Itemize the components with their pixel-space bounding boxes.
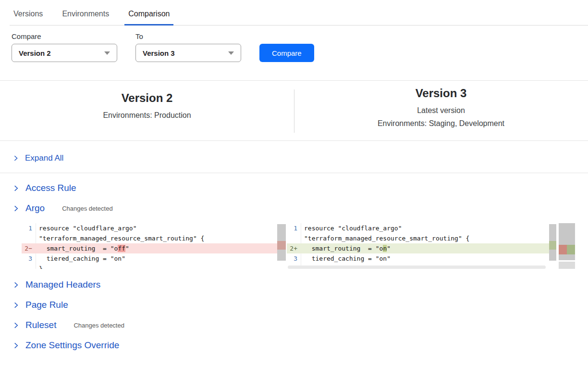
version-left-title: Version 2 xyxy=(0,91,294,105)
horizontal-scrollbar[interactable] xyxy=(288,265,546,269)
chevron-right-icon xyxy=(12,322,20,329)
line-number: 2+ xyxy=(287,243,301,253)
compare-button[interactable]: Compare xyxy=(259,44,314,62)
dropdown-caret-icon xyxy=(228,51,234,55)
expand-all-label: Expand All xyxy=(25,153,63,163)
argo-diff: 1 resource "cloudflare_argo" "terraform_… xyxy=(22,223,588,269)
minimap-diff-chunk xyxy=(559,245,575,254)
version-right-subtitle: Latest version xyxy=(294,104,588,117)
code-line: 1 resource "cloudflare_argo" xyxy=(287,223,556,233)
code-text: smart_routing = "off" xyxy=(36,243,129,253)
line-number: 1 xyxy=(22,223,36,233)
chevron-right-icon xyxy=(12,185,20,192)
code-line: 1 resource "cloudflare_argo" xyxy=(22,223,286,233)
line-number: 3 xyxy=(22,253,36,264)
line-number: 3 xyxy=(287,253,301,264)
compare-version-select[interactable]: Version 2 xyxy=(12,44,117,62)
code-line: 3 tiered_caching = "on" xyxy=(287,253,556,264)
compare-controls: Compare Version 2 To Version 3 Compare xyxy=(0,25,588,62)
section-label: Managed Headers xyxy=(25,279,100,290)
chevron-right-icon xyxy=(12,342,20,349)
chevron-right-icon xyxy=(12,155,19,162)
dropdown-caret-icon xyxy=(104,51,110,55)
line-number: 1 xyxy=(287,223,301,233)
to-version-select[interactable]: Version 3 xyxy=(135,44,241,62)
section-label: Zone Settings Override xyxy=(25,340,119,351)
code-text: tiered_caching = "on" xyxy=(36,253,125,264)
code-text: "terraform_managed_resource_smart_routin… xyxy=(36,233,204,243)
chevron-right-icon xyxy=(12,302,20,309)
code-text: } xyxy=(36,264,43,269)
to-field: To Version 3 xyxy=(135,32,241,62)
section-zone-settings-override[interactable]: Zone Settings Override xyxy=(0,335,588,355)
code-text: resource "cloudflare_argo" xyxy=(36,223,137,233)
expand-all-button[interactable]: Expand All xyxy=(0,141,588,173)
vertical-divider xyxy=(294,89,294,133)
version-right-panel: Version 3 Latest version Environments: S… xyxy=(294,87,588,133)
version-left-environments: Environments: Production xyxy=(0,109,294,122)
code-text: "terraform_managed_resource_smart_routin… xyxy=(301,233,469,243)
scrollbar-removed-marker xyxy=(277,241,286,250)
minimap-tail xyxy=(559,262,575,269)
tab-bar: Versions Environments Comparison xyxy=(10,0,588,25)
section-label: Access Rule xyxy=(25,183,76,193)
section-label: Argo xyxy=(25,203,45,214)
to-version-value: Version 3 xyxy=(143,49,175,57)
section-access-rule[interactable]: Access Rule xyxy=(0,178,588,198)
compare-version-value: Version 2 xyxy=(19,49,51,57)
code-line: "terraform_managed_resource_smart_routin… xyxy=(287,233,556,243)
code-text: smart_routing = "on" xyxy=(301,243,391,253)
version-headers: Version 2 Environments: Production Versi… xyxy=(0,81,588,140)
section-list: Access Rule Argo Changes detected 1 reso… xyxy=(0,173,588,355)
scrollbar[interactable] xyxy=(549,224,556,261)
section-argo[interactable]: Argo Changes detected xyxy=(0,198,588,218)
tab-environments[interactable]: Environments xyxy=(58,7,113,25)
tab-versions[interactable]: Versions xyxy=(10,7,47,25)
code-text: tiered_caching = "on" xyxy=(301,253,391,264)
compare-field: Compare Version 2 xyxy=(12,32,117,62)
section-managed-headers[interactable]: Managed Headers xyxy=(0,275,588,295)
code-text: resource "cloudflare_argo" xyxy=(301,223,402,233)
code-line-removed: 2− smart_routing = "off" xyxy=(22,243,286,253)
section-ruleset[interactable]: Ruleset Changes detected xyxy=(0,315,588,335)
diff-pane-right[interactable]: 1 resource "cloudflare_argo" "terraform_… xyxy=(287,223,556,269)
code-line: } xyxy=(22,264,286,269)
compare-label: Compare xyxy=(12,32,117,40)
section-label: Ruleset xyxy=(25,320,56,330)
code-line-added: 2+ smart_routing = "on" xyxy=(287,243,556,253)
diff-minimap[interactable] xyxy=(559,223,575,269)
line-number xyxy=(22,264,36,269)
version-right-environments: Environments: Staging, Development xyxy=(294,117,588,130)
scrollbar[interactable] xyxy=(277,224,286,261)
changes-detected-badge: Changes detected xyxy=(74,322,124,329)
diff-pane-left[interactable]: 1 resource "cloudflare_argo" "terraform_… xyxy=(22,223,286,269)
chevron-right-icon xyxy=(12,281,20,289)
version-left-panel: Version 2 Environments: Production xyxy=(0,87,294,133)
code-line: 3 tiered_caching = "on" xyxy=(22,253,286,264)
chevron-right-icon xyxy=(12,205,20,212)
tab-comparison[interactable]: Comparison xyxy=(124,7,173,25)
section-page-rule[interactable]: Page Rule xyxy=(0,295,588,315)
code-line: "terraform_managed_resource_smart_routin… xyxy=(22,233,286,243)
minimap-track xyxy=(559,223,575,260)
to-label: To xyxy=(135,32,241,40)
changes-detected-badge: Changes detected xyxy=(62,205,113,212)
version-right-title: Version 3 xyxy=(294,87,588,100)
line-number xyxy=(22,233,36,243)
line-number xyxy=(287,233,301,243)
line-number: 2− xyxy=(22,243,36,253)
removed-text-highlight: ff xyxy=(118,245,125,252)
scrollbar-added-marker xyxy=(549,241,556,250)
section-label: Page Rule xyxy=(25,300,68,310)
